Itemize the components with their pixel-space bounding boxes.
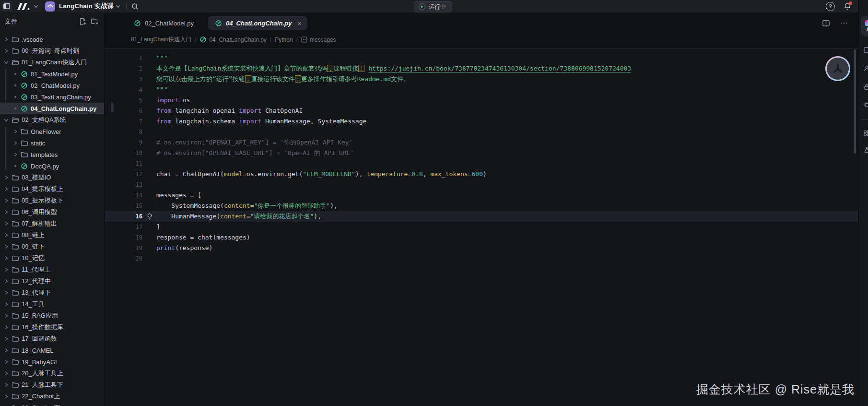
tree-item-file[interactable]: 02_ChatModel.py: [0, 80, 104, 91]
line-number[interactable]: 14: [105, 190, 142, 201]
chevron-right-icon[interactable]: [2, 47, 10, 55]
code-line[interactable]: 3您可以点击最上方的“运行”按钮，直接运行该文件；更多操作指引请参考Readme…: [105, 74, 858, 84]
line-number[interactable]: 9: [105, 137, 142, 148]
line-number[interactable]: 5: [105, 95, 142, 106]
split-editor-icon[interactable]: [822, 20, 830, 26]
line-number[interactable]: 17: [105, 222, 142, 232]
chevron-right-icon[interactable]: [11, 151, 19, 158]
chevron-right-icon[interactable]: [2, 300, 10, 308]
chevron-right-icon[interactable]: [2, 197, 10, 204]
line-number[interactable]: 4: [105, 84, 142, 95]
chevron-right-icon[interactable]: [2, 346, 10, 354]
chevron-right-icon[interactable]: [2, 266, 10, 274]
bug-panel-icon[interactable]: [864, 102, 868, 108]
line-number[interactable]: 11: [105, 158, 142, 169]
line-number[interactable]: 6: [105, 106, 142, 116]
more-actions-icon[interactable]: ⋯: [840, 19, 848, 27]
tree-item-folder[interactable]: 05_提示模板下: [0, 195, 104, 206]
chevron-right-icon[interactable]: [2, 323, 10, 331]
tree-item-folder[interactable]: 12_代理中: [0, 275, 104, 287]
search-icon[interactable]: [131, 3, 139, 10]
code-line[interactable]: 10# os.environ["OPENAI_BASE_URL"] = 'Ope…: [105, 148, 858, 158]
tree-item-folder[interactable]: 21_人脉工具下: [0, 379, 104, 391]
chevron-right-icon[interactable]: [2, 393, 10, 400]
tree-item-folder[interactable]: 15_RAG应用: [0, 310, 104, 322]
tree-item-folder[interactable]: 23_Chatbot下: [0, 402, 104, 406]
code-line[interactable]: 17]: [105, 222, 858, 232]
tree-item-folder[interactable]: 08_链上: [0, 229, 104, 241]
code-line[interactable]: 4""": [105, 84, 858, 95]
breadcrumb-item[interactable]: Python: [275, 36, 293, 43]
notifications-bell-icon[interactable]: [844, 2, 851, 10]
toggle-sidebar-icon[interactable]: [2, 1, 12, 11]
docs-panel-icon[interactable]: [864, 47, 868, 53]
code-line[interactable]: 14messages = [: [105, 190, 858, 201]
ai-panel-badge[interactable]: A: [861, 16, 868, 36]
tree-item-folder[interactable]: 19_BabyAGI: [0, 356, 104, 368]
breadcrumb-item[interactable]: 01_LangChain快速入门: [131, 36, 191, 44]
code-line[interactable]: 19print(response): [105, 243, 858, 253]
tree-item-folder[interactable]: 03_模型IO: [0, 172, 104, 183]
chevron-right-icon[interactable]: [11, 128, 19, 135]
profile-panel-icon[interactable]: [864, 65, 868, 72]
code-line[interactable]: 12chat = ChatOpenAI(model=os.environ.get…: [105, 169, 858, 179]
line-number[interactable]: 12: [105, 169, 142, 179]
line-number[interactable]: 19: [105, 243, 142, 253]
chevron-down-icon[interactable]: [34, 4, 38, 9]
code-line[interactable]: 1""": [105, 53, 858, 63]
chevron-right-icon[interactable]: [11, 139, 19, 147]
tree-item-folder[interactable]: 18_CAMEL: [0, 345, 104, 356]
code-line[interactable]: 18response = chat(messages): [105, 232, 858, 243]
tree-item-folder[interactable]: static: [0, 137, 104, 149]
breadcrumb-item[interactable]: 04_ChatLongChain.py: [199, 36, 266, 43]
new-file-icon[interactable]: [79, 18, 86, 25]
tree-item-folder[interactable]: 02_文档QA系统: [0, 114, 104, 126]
tree-item-folder[interactable]: 00_开篇词_奇点时刻: [0, 45, 104, 57]
line-number[interactable]: 7: [105, 116, 142, 127]
new-folder-icon[interactable]: [91, 18, 99, 25]
code-line[interactable]: 2本文件是【LangChain系统安装和快速入门】章节的配套代码，课程链接： h…: [105, 63, 858, 74]
chevron-right-icon[interactable]: [2, 277, 10, 285]
tree-item-folder[interactable]: 01_LangChain快速入门: [0, 57, 104, 68]
chevron-right-icon[interactable]: [2, 231, 10, 239]
chevron-down-icon[interactable]: [2, 116, 10, 124]
code-line[interactable]: 15 SystemMessage(content="你是一个很棒的智能助手"),: [105, 201, 858, 211]
breadcrumb-item[interactable]: messages: [301, 36, 336, 43]
chevron-right-icon[interactable]: [2, 312, 10, 320]
line-number[interactable]: 10: [105, 148, 142, 158]
scrollbar-thumb[interactable]: [854, 49, 856, 154]
line-number[interactable]: 15: [105, 201, 142, 211]
chevron-right-icon[interactable]: [2, 243, 10, 251]
lock-panel-icon[interactable]: [864, 84, 868, 90]
tree-item-folder[interactable]: 06_调用模型: [0, 206, 104, 218]
tree-item-folder[interactable]: 14_工具: [0, 299, 104, 310]
project-name[interactable]: LangChain 实战课: [59, 2, 114, 11]
tree-item-file[interactable]: 03_TextLangChain.py: [0, 91, 104, 103]
chevron-right-icon[interactable]: [2, 335, 10, 343]
code-line[interactable]: 13: [105, 179, 858, 190]
line-number[interactable]: 2: [105, 63, 142, 74]
tree-item-folder[interactable]: 13_代理下: [0, 287, 104, 299]
run-status-button[interactable]: 运行中: [414, 1, 452, 12]
chevron-right-icon[interactable]: [2, 404, 10, 406]
editor-tab[interactable]: 04_ChatLongChain.py×: [208, 16, 307, 30]
tree-item-folder[interactable]: 16_操作数据库: [0, 322, 104, 333]
chevron-right-icon[interactable]: [2, 370, 10, 377]
chevron-right-icon[interactable]: [2, 381, 10, 389]
code-line[interactable]: 20: [105, 253, 858, 264]
code-line[interactable]: 8: [105, 127, 858, 137]
tree-item-folder[interactable]: 20_人脉工具上: [0, 368, 104, 379]
chevron-down-icon[interactable]: [2, 59, 10, 66]
editor-tab[interactable]: 02_ChatModel.py: [126, 16, 201, 30]
chevron-right-icon[interactable]: [2, 254, 10, 262]
tree-item-folder[interactable]: 11_代理上: [0, 264, 104, 275]
tree-item-file[interactable]: DocQA.py: [0, 160, 104, 172]
line-number[interactable]: 16: [105, 211, 142, 222]
flask-panel-icon[interactable]: [864, 146, 868, 153]
tree-item-folder[interactable]: 04_提示模板上: [0, 183, 104, 195]
tree-item-file[interactable]: 01_TextModel.py: [0, 68, 104, 80]
ai-assistant-button[interactable]: [825, 56, 850, 81]
code-editor[interactable]: 1"""2本文件是【LangChain系统安装和快速入门】章节的配套代码，课程链…: [105, 48, 858, 406]
tree-item-folder[interactable]: .vscode: [0, 34, 104, 45]
lightbulb-icon[interactable]: [142, 211, 156, 222]
